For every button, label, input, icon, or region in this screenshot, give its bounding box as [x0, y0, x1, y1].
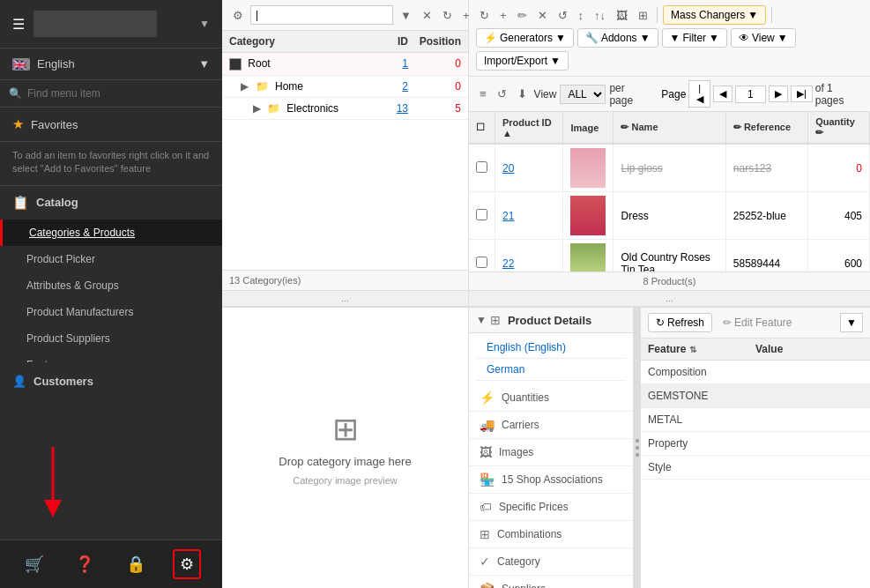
- detail-item-shop-associations[interactable]: 🏪 15 Shop Associations: [469, 466, 633, 494]
- sidebar-item-product-suppliers[interactable]: Product Suppliers: [0, 325, 222, 352]
- detail-item-images[interactable]: 🖼 Images: [469, 439, 633, 466]
- page-input[interactable]: [735, 86, 766, 103]
- detail-item-carriers[interactable]: 🚚 Carriers: [469, 412, 633, 439]
- feature-value-composition: [755, 366, 863, 378]
- feature-sort-icon[interactable]: ⇅: [689, 345, 696, 354]
- row-checkbox-21[interactable]: [469, 192, 495, 240]
- row-id-20[interactable]: 20: [495, 144, 563, 192]
- refresh-products-icon[interactable]: ↻: [476, 7, 493, 24]
- reset2-icon[interactable]: ↺: [494, 86, 510, 102]
- edit-feature-button[interactable]: ✏ Edit Feature: [716, 314, 799, 331]
- category-row-home[interactable]: ▶ 📁 Home 2 0: [222, 76, 468, 98]
- col-reference[interactable]: ✏ Reference: [725, 112, 807, 144]
- checkbox-root[interactable]: [229, 58, 242, 71]
- sidebar-item-attributes-groups[interactable]: Attributes & Groups: [0, 272, 222, 299]
- first-page-btn[interactable]: |◀: [688, 80, 710, 108]
- category-id-home[interactable]: 2: [364, 80, 408, 93]
- filter-button[interactable]: ▼ Filter ▼: [662, 28, 727, 48]
- add-product-icon[interactable]: +: [496, 7, 510, 24]
- product-link-21[interactable]: 21: [502, 210, 514, 222]
- row-id-21[interactable]: 21: [495, 192, 563, 240]
- detail-item-category[interactable]: ✓ Category: [469, 548, 633, 576]
- detail-item-suppliers[interactable]: 📦 Suppliers: [469, 576, 633, 588]
- settings-icon[interactable]: ⚙: [173, 549, 201, 579]
- settings-toolbar-icon[interactable]: ⚙: [229, 7, 247, 24]
- drop-zone[interactable]: ⊞ Drop category image here Category imag…: [279, 411, 411, 486]
- sidebar-catalog-section[interactable]: 📋 Catalog: [0, 186, 222, 220]
- product-image-21: [570, 196, 606, 235]
- mass-changers-button[interactable]: Mass Changers ▼: [663, 5, 766, 25]
- filter2-icon[interactable]: ≡: [476, 86, 490, 102]
- categories-dots: ...: [222, 290, 468, 306]
- refresh-feature-button[interactable]: ↻ Refresh: [648, 313, 712, 332]
- language-items: English (English) German: [469, 333, 633, 384]
- checkbox-21[interactable]: [476, 209, 487, 220]
- detail-item-quantities[interactable]: ⚡ Quantities: [469, 384, 633, 412]
- row-id-22[interactable]: 22: [495, 240, 563, 272]
- sort-az-icon[interactable]: ↕: [575, 7, 588, 24]
- filter-icon[interactable]: ▼: [397, 7, 415, 24]
- lang-item-english[interactable]: English (English): [476, 337, 626, 359]
- expand-home-icon[interactable]: ▶: [241, 80, 249, 93]
- upload-icon[interactable]: ↑↓: [591, 7, 609, 24]
- sidebar-language-selector[interactable]: 🇬🇧 English ▼: [0, 48, 222, 80]
- expand-electronics-icon[interactable]: ▶: [253, 102, 261, 115]
- category-image-panel[interactable]: ⊞ Drop category image here Category imag…: [222, 308, 469, 588]
- col-name[interactable]: ✏ Name: [613, 112, 725, 144]
- sidebar-item-product-manufacturers[interactable]: Product Manufacturers: [0, 299, 222, 325]
- view-select[interactable]: ALL: [560, 85, 606, 104]
- pencil-product-icon[interactable]: ✏: [514, 7, 531, 24]
- row-checkbox-20[interactable]: [469, 144, 495, 192]
- col-product-id[interactable]: Product ID ▲: [495, 112, 563, 144]
- category-id-root[interactable]: 1: [364, 57, 408, 70]
- detail-item-specific-prices[interactable]: 🏷 Specific Prices: [469, 494, 633, 521]
- view-button[interactable]: 👁 View ▼: [731, 28, 796, 48]
- row-checkbox-22[interactable]: [469, 240, 495, 272]
- search-input[interactable]: [27, 87, 213, 100]
- product-row-22[interactable]: 22 Old Country Roses Tin Tea 58589444 60…: [469, 240, 870, 272]
- addons-button[interactable]: 🔧 Addons ▼: [577, 28, 658, 48]
- help-icon[interactable]: ❓: [71, 551, 98, 577]
- collapse-details-icon[interactable]: ▼: [476, 314, 487, 326]
- product-row-20[interactable]: 20 Lip gloss nars123 0: [469, 144, 870, 192]
- hamburger-icon[interactable]: ☰: [12, 16, 25, 33]
- delete-product-icon[interactable]: ✕: [534, 7, 551, 24]
- sidebar-item-product-picker[interactable]: Product Picker: [0, 246, 222, 272]
- product-link-22[interactable]: 22: [502, 257, 514, 270]
- product-link-20[interactable]: 20: [502, 162, 514, 175]
- col-quantity[interactable]: Quantity ✏: [808, 112, 870, 144]
- language-chevron-icon: ▼: [198, 57, 210, 71]
- down2-icon[interactable]: ⬇: [514, 86, 531, 102]
- image-product-icon[interactable]: 🖼: [613, 7, 631, 24]
- sidebar-item-categories-products[interactable]: Categories & Products: [0, 220, 222, 246]
- filter-clear-icon[interactable]: ✕: [419, 7, 435, 24]
- sidebar-item-features[interactable]: Features: [0, 352, 222, 362]
- more-button[interactable]: ▼: [840, 313, 863, 332]
- cart-icon[interactable]: 🛒: [21, 551, 48, 577]
- refresh-icon[interactable]: ↻: [439, 7, 456, 24]
- checkbox-20[interactable]: [476, 161, 487, 173]
- col-image[interactable]: Image: [563, 112, 613, 144]
- product-row-21[interactable]: 21 Dress 25252-blue 405: [469, 192, 870, 240]
- next-page-btn[interactable]: ▶: [769, 86, 788, 102]
- category-row-electronics[interactable]: ▶ 📁 Electronics 13 5: [222, 98, 468, 120]
- category-row-root[interactable]: Root 1 0: [222, 53, 468, 76]
- undo-product-icon[interactable]: ↺: [554, 7, 571, 24]
- last-page-btn[interactable]: ▶|: [791, 86, 813, 102]
- prev-page-btn[interactable]: ◀: [713, 86, 732, 102]
- category-id-electronics[interactable]: 13: [364, 102, 408, 115]
- import-export-button[interactable]: Import/Export ▼: [476, 51, 569, 71]
- vertical-separator[interactable]: [634, 308, 641, 588]
- lang-item-german[interactable]: German: [476, 359, 626, 381]
- grid-product-icon[interactable]: ⊞: [635, 7, 651, 24]
- sidebar-bottom-bar: 🛒 ❓ 🔒 ⚙: [0, 540, 222, 588]
- main-content: ⚙ ▼ ✕ ↻ + ✏ ✕ ↕ ↑ ↓ ⊞ ⊟ Category ID Posi…: [222, 0, 870, 588]
- lock-icon[interactable]: 🔒: [123, 551, 149, 577]
- sidebar-collapse-icon[interactable]: ▼: [199, 18, 210, 30]
- detail-item-combinations[interactable]: ⊞ Combinations: [469, 521, 633, 548]
- sidebar-favorites[interactable]: ★ Favorites: [0, 108, 222, 142]
- categories-search-input[interactable]: [250, 5, 393, 25]
- sidebar-customers-section[interactable]: 👤 Customers: [0, 366, 222, 397]
- checkbox-22[interactable]: [476, 257, 487, 268]
- generators-button[interactable]: ⚡ Generators ▼: [476, 28, 574, 48]
